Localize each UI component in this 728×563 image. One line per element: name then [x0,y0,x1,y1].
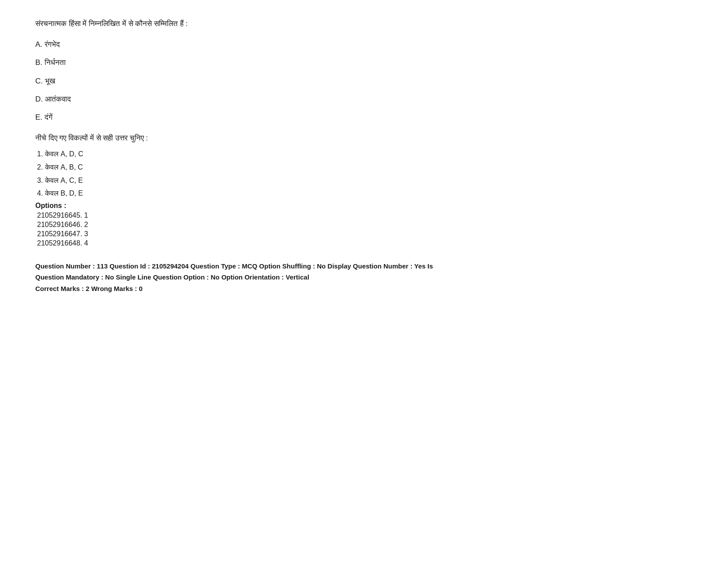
answer-option-3-num: 3. [37,177,45,184]
answer-options-list: 1. केवल A, D, C 2. केवल A, B, C 3. केवल … [35,148,693,199]
option-val-1: 1 [84,212,88,219]
meta-line-1: Question Number : 113 Question Id : 2105… [35,261,693,272]
option-b-text: निर्धनता [45,58,66,67]
options-list: A. रंगभेद B. निर्धनता C. भूख D. आतंकवाद … [35,38,693,123]
meta-line-2: Question Mandatory : No Single Line Ques… [35,272,693,283]
options-label: Options : [35,202,693,210]
option-e-label: E. [35,113,45,121]
option-id-row-2: 21052916646. 2 [37,221,693,229]
meta-section: Question Number : 113 Question Id : 2105… [35,261,693,295]
option-a-text: रंगभेद [45,40,60,49]
answer-option-1-num: 1. [37,150,45,158]
option-e: E. दंगें [35,111,693,123]
answer-option-3-text: केवल A, C, E [45,177,83,184]
answer-option-2-text: केवल A, B, C [45,163,83,171]
question-container: संरचनात्मक हिंसा में निम्नलिखित में से क… [35,18,693,294]
option-id-4: 21052916648. [37,239,82,247]
answer-option-4: 4. केवल B, D, E [37,188,693,199]
option-id-row-1: 21052916645. 1 [37,212,693,219]
sub-question-text: नीचे दिए गए विकल्पों में से सही उत्तर चु… [35,132,693,144]
option-b: B. निर्धनता [35,57,693,68]
question-main-text: संरचनात्मक हिंसा में निम्नलिखित में से क… [35,18,693,30]
option-d-text: आतंकवाद [45,95,71,103]
option-c-label: C. [35,77,45,85]
answer-option-1-text: केवल A, D, C [45,150,83,158]
option-val-2: 2 [84,221,88,228]
option-id-row-3: 21052916647. 3 [37,230,693,238]
option-id-1: 21052916645. [37,212,82,219]
option-c-text: भूख [45,77,55,85]
meta-line-2-text: Question Mandatory : No Single Line Ques… [35,273,309,281]
answer-option-2: 2. केवल A, B, C [37,162,693,173]
meta-line-3: Correct Marks : 2 Wrong Marks : 0 [35,283,693,295]
option-a: A. रंगभेद [35,38,693,50]
option-d: D. आतंकवाद [35,93,693,105]
option-id-2: 21052916646. [37,221,82,228]
option-id-3: 21052916647. [37,230,82,238]
option-b-label: B. [35,58,45,67]
option-ids-list: 21052916645. 1 21052916646. 2 2105291664… [35,212,693,247]
answer-option-3: 3. केवल A, C, E [37,175,693,186]
option-val-4: 4 [84,239,88,247]
option-d-label: D. [35,95,45,103]
option-c: C. भूख [35,75,693,87]
option-e-text: दंगें [45,113,53,121]
answer-option-4-num: 4. [37,189,45,197]
meta-line-3-text: Correct Marks : 2 Wrong Marks : 0 [35,285,143,292]
answer-option-2-num: 2. [37,163,45,171]
option-val-3: 3 [84,230,88,238]
answer-option-4-text: केवल B, D, E [45,189,83,197]
option-id-row-4: 21052916648. 4 [37,239,693,247]
meta-line-1-text: Question Number : 113 Question Id : 2105… [35,262,433,270]
answer-option-1: 1. केवल A, D, C [37,148,693,160]
option-a-label: A. [35,40,45,49]
